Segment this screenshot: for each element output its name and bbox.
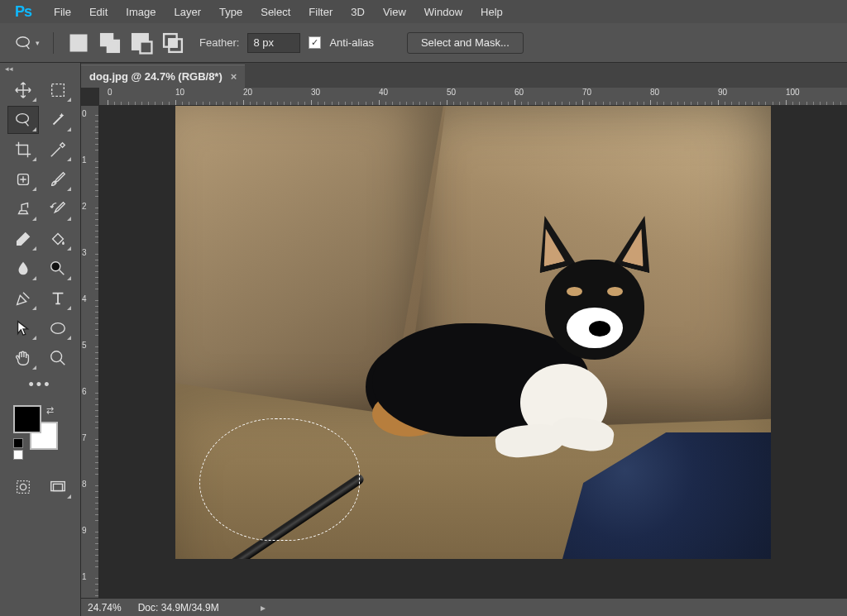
zoom-display[interactable]: 24.74% (88, 602, 122, 614)
document-image (175, 106, 771, 559)
svg-rect-15 (17, 481, 29, 494)
eyedropper-tool[interactable] (42, 136, 74, 164)
paint-bucket-tool[interactable] (42, 225, 74, 253)
menu-edit[interactable]: Edit (80, 2, 117, 21)
menu-select[interactable]: Select (251, 2, 299, 21)
selection-subtract-icon[interactable] (130, 31, 153, 55)
foreground-color[interactable] (13, 405, 41, 433)
lasso-selection-marquee (199, 418, 360, 541)
ruler-horizontal[interactable]: 0102030405060708090100 (99, 88, 847, 106)
workspace: ◂◂ ••• ⇄ (0, 63, 847, 616)
ellipse-shape-tool[interactable] (42, 314, 74, 342)
zoom-tool[interactable] (42, 344, 74, 372)
app-logo: Ps (2, 0, 45, 23)
eraser-tool[interactable] (7, 225, 39, 253)
pen-tool[interactable] (7, 284, 39, 313)
svg-rect-18 (53, 484, 62, 490)
close-icon[interactable]: × (231, 70, 237, 83)
move-tool[interactable] (7, 76, 39, 104)
svg-rect-9 (51, 84, 64, 97)
svg-rect-3 (108, 40, 119, 51)
menu-file[interactable]: File (45, 2, 80, 21)
document-tab-bar: dog.jpg @ 24.7% (RGB/8*) × (81, 63, 847, 88)
magic-wand-tool[interactable] (42, 106, 74, 134)
feather-input[interactable] (247, 33, 300, 53)
select-and-mask-button[interactable]: Select and Mask... (407, 32, 524, 54)
default-colors-icon[interactable] (13, 438, 23, 460)
swap-colors-icon[interactable]: ⇄ (46, 405, 54, 416)
selection-add-icon[interactable] (98, 31, 122, 55)
crop-tool[interactable] (7, 136, 39, 164)
menu-image[interactable]: Image (117, 2, 165, 21)
svg-rect-8 (169, 39, 176, 46)
path-selection-tool[interactable] (7, 314, 39, 342)
menu-type[interactable]: Type (210, 2, 251, 21)
history-brush-tool[interactable] (42, 195, 74, 223)
screen-mode-tool[interactable] (42, 473, 74, 501)
feather-label: Feather: (199, 36, 239, 49)
menu-layer[interactable]: Layer (165, 2, 211, 21)
brush-tool[interactable] (42, 165, 74, 193)
document-area: dog.jpg @ 24.7% (RGB/8*) × 0102030405060… (81, 63, 847, 616)
lasso-tool[interactable] (7, 106, 39, 134)
selection-new-icon[interactable] (67, 31, 90, 55)
blur-tool[interactable] (7, 255, 39, 283)
document-tab[interactable]: dog.jpg @ 24.7% (RGB/8*) × (81, 64, 245, 88)
canvas[interactable] (99, 106, 847, 598)
options-bar: ▾ Feather: Anti-alias Select and Mask... (0, 23, 847, 63)
status-flyout-icon[interactable]: ▸ (261, 602, 266, 614)
menu-help[interactable]: Help (471, 2, 512, 21)
type-tool[interactable] (42, 284, 74, 313)
antialias-label: Anti-alias (329, 36, 373, 49)
svg-point-16 (20, 484, 26, 489)
doc-size-display[interactable]: Doc: 34.9M/34.9M (138, 602, 219, 614)
svg-point-13 (50, 323, 65, 334)
quick-mask-tool[interactable] (7, 473, 39, 501)
toolbar-collapse-icon[interactable]: ◂◂ (0, 63, 80, 74)
tools-panel: ◂◂ ••• ⇄ (0, 63, 81, 616)
document-tab-title: dog.jpg @ 24.7% (RGB/8*) (89, 70, 223, 83)
marquee-tool[interactable] (42, 76, 74, 104)
svg-point-10 (16, 114, 28, 123)
tool-preset-picker[interactable]: ▾ (15, 31, 40, 55)
svg-point-0 (17, 37, 29, 46)
menu-filter[interactable]: Filter (299, 2, 342, 21)
clone-stamp-tool[interactable] (7, 195, 39, 223)
menu-window[interactable]: Window (415, 2, 471, 21)
color-swatches[interactable]: ⇄ (0, 405, 80, 468)
selection-intersect-icon[interactable] (161, 31, 184, 55)
svg-point-12 (50, 262, 60, 271)
menu-3d[interactable]: 3D (342, 2, 374, 21)
status-bar: 24.74% Doc: 34.9M/34.9M ▸ (81, 598, 847, 616)
svg-point-14 (50, 351, 61, 362)
menu-view[interactable]: View (374, 2, 415, 21)
divider (53, 32, 54, 54)
svg-rect-5 (140, 41, 151, 53)
edit-toolbar-icon[interactable]: ••• (0, 375, 80, 394)
svg-rect-1 (71, 35, 87, 50)
dodge-tool[interactable] (42, 255, 74, 283)
menu-bar: Ps File Edit Image Layer Type Select Fil… (0, 0, 847, 23)
healing-brush-tool[interactable] (7, 165, 39, 193)
ruler-vertical[interactable]: 01234567891 (81, 106, 99, 598)
antialias-checkbox[interactable] (309, 36, 321, 49)
hand-tool[interactable] (7, 344, 39, 372)
